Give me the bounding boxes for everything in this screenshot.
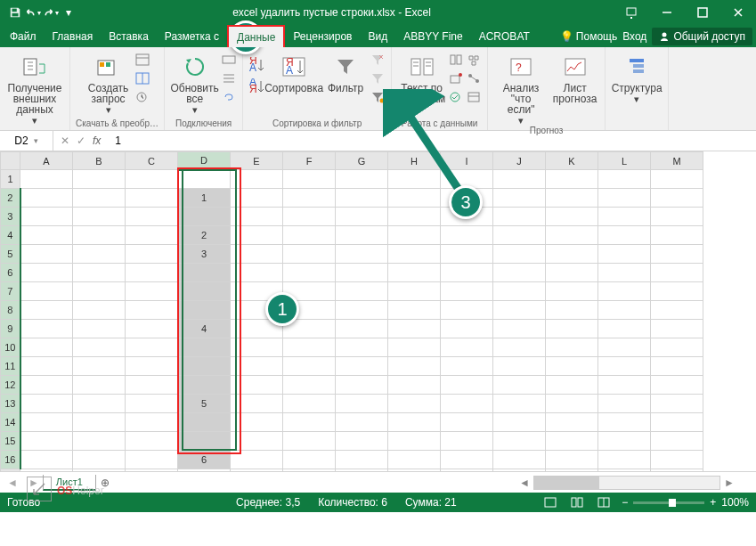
cell[interactable]: [441, 301, 493, 320]
cell[interactable]: [598, 282, 651, 301]
cell[interactable]: [126, 451, 178, 469]
cell[interactable]: [73, 413, 126, 432]
cell[interactable]: [441, 264, 493, 282]
show-queries-icon[interactable]: [134, 52, 150, 68]
cell[interactable]: [178, 282, 231, 301]
cell[interactable]: [73, 320, 126, 338]
tab-file[interactable]: Файл: [2, 25, 45, 47]
cell[interactable]: [441, 357, 493, 376]
cell[interactable]: [336, 451, 388, 469]
tab-view[interactable]: Вид: [361, 25, 396, 47]
cell[interactable]: [336, 170, 388, 189]
fx-icon[interactable]: fx: [93, 134, 101, 147]
login-button[interactable]: Вход: [622, 30, 646, 43]
cell[interactable]: [546, 282, 598, 301]
cell[interactable]: [598, 395, 651, 413]
new-query-button[interactable]: Создать запрос ▾: [84, 50, 133, 115]
ribbon-options-icon[interactable]: [614, 0, 649, 25]
tab-layout[interactable]: Разметка с: [157, 25, 227, 47]
cell[interactable]: [336, 413, 388, 432]
row-header[interactable]: 8: [1, 301, 20, 320]
cell[interactable]: [598, 245, 651, 264]
cell[interactable]: [20, 320, 73, 338]
cell[interactable]: [336, 245, 388, 264]
cell[interactable]: [598, 357, 651, 376]
cell[interactable]: [388, 320, 441, 338]
cell[interactable]: [20, 170, 73, 189]
cell[interactable]: [73, 451, 126, 469]
cell[interactable]: [651, 338, 703, 357]
tab-insert[interactable]: Вставка: [101, 25, 157, 47]
cell[interactable]: [126, 301, 178, 320]
cell[interactable]: [493, 245, 546, 264]
cell[interactable]: [231, 432, 283, 451]
row-header[interactable]: 15: [1, 432, 20, 451]
cell[interactable]: [231, 338, 283, 357]
cell[interactable]: [388, 413, 441, 432]
tab-home[interactable]: Главная: [45, 25, 102, 47]
row-header[interactable]: 4: [1, 226, 20, 245]
cell[interactable]: [178, 170, 231, 189]
cell[interactable]: [178, 432, 231, 451]
cell[interactable]: [73, 301, 126, 320]
cell[interactable]: [388, 338, 441, 357]
cell[interactable]: [546, 301, 598, 320]
cell[interactable]: [231, 264, 283, 282]
cell[interactable]: 4: [178, 320, 231, 338]
reapply-icon[interactable]: [370, 70, 386, 86]
worksheet-grid[interactable]: ABCDEFGHIJKLM 12134253678941011121351415…: [0, 151, 756, 471]
zoom-slider[interactable]: [633, 501, 704, 504]
zoom-out-icon[interactable]: −: [622, 496, 628, 509]
cell[interactable]: [546, 395, 598, 413]
cell[interactable]: [546, 357, 598, 376]
sort-button[interactable]: ЯАСортировка: [266, 50, 321, 94]
cell[interactable]: [336, 264, 388, 282]
select-all-corner[interactable]: [1, 152, 20, 170]
cell[interactable]: [336, 376, 388, 395]
cell[interactable]: [20, 264, 73, 282]
sort-az-icon[interactable]: ЯА: [248, 57, 264, 73]
cell[interactable]: [20, 338, 73, 357]
cell[interactable]: [20, 282, 73, 301]
row-header[interactable]: 3: [1, 208, 20, 226]
row-header[interactable]: 2: [1, 189, 20, 208]
cell[interactable]: [493, 189, 546, 208]
column-header[interactable]: B: [73, 152, 126, 170]
help-button[interactable]: 💡 Помощь: [560, 30, 618, 43]
cell[interactable]: [388, 282, 441, 301]
cell[interactable]: [546, 170, 598, 189]
get-external-data-button[interactable]: Получение внешних данных ▾: [5, 50, 64, 126]
cell[interactable]: [283, 357, 336, 376]
cell[interactable]: 5: [178, 395, 231, 413]
row-header[interactable]: 13: [1, 395, 20, 413]
cell[interactable]: [598, 432, 651, 451]
cell[interactable]: [598, 413, 651, 432]
column-header[interactable]: K: [546, 152, 598, 170]
save-icon[interactable]: [7, 4, 23, 20]
cell[interactable]: [20, 432, 73, 451]
cell[interactable]: [598, 264, 651, 282]
column-header[interactable]: A: [20, 152, 73, 170]
cell[interactable]: 1: [178, 189, 231, 208]
cell[interactable]: 6: [178, 451, 231, 469]
cell[interactable]: [178, 208, 231, 226]
row-header[interactable]: 5: [1, 245, 20, 264]
cell[interactable]: [546, 226, 598, 245]
cell[interactable]: [493, 282, 546, 301]
cell[interactable]: [493, 208, 546, 226]
cell[interactable]: [283, 432, 336, 451]
row-header[interactable]: 1: [1, 170, 20, 189]
cell[interactable]: [20, 189, 73, 208]
tab-review[interactable]: Рецензиров: [285, 25, 360, 47]
forecast-sheet-button[interactable]: Лист прогноза: [550, 50, 599, 104]
row-header[interactable]: 9: [1, 320, 20, 338]
cell[interactable]: [598, 338, 651, 357]
cell[interactable]: [336, 357, 388, 376]
cell[interactable]: [493, 432, 546, 451]
row-header[interactable]: 11: [1, 357, 20, 376]
cell[interactable]: [441, 245, 493, 264]
cell[interactable]: [651, 432, 703, 451]
cell[interactable]: [651, 189, 703, 208]
cell[interactable]: [546, 338, 598, 357]
cell[interactable]: [651, 208, 703, 226]
